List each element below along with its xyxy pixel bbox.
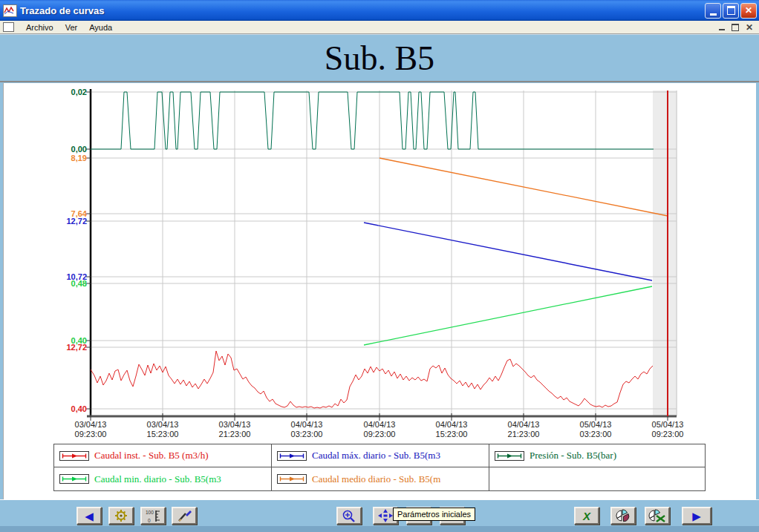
x-axis-label: 04/04/1321:23:00 <box>497 420 550 439</box>
scale-button[interactable]: 100 0 <box>140 507 166 525</box>
x-axis-label: 04/04/1315:23:00 <box>425 420 478 439</box>
restore-icon <box>727 6 735 15</box>
x-axis-label: 04/04/1309:23:00 <box>353 420 406 439</box>
back-button[interactable]: ◀ <box>76 507 102 525</box>
legend-line-icon <box>277 474 307 484</box>
arrow-left-icon: ◀ <box>85 510 94 522</box>
x-axis-label: 05/04/1303:23:00 <box>569 420 622 439</box>
pie-chart-icon <box>614 509 632 523</box>
settings-button[interactable] <box>108 507 134 525</box>
legend-item <box>489 467 705 490</box>
legend-item: Caudal máx. diario - Sub. B5(m3 <box>272 444 489 467</box>
legend-table: Caudal inst. - Sub. B5 (m3/h)Caudal máx.… <box>53 444 706 491</box>
minimize-button[interactable] <box>705 3 721 19</box>
minimize-icon <box>710 13 717 16</box>
title-bar: Trazado de curvas ✕ <box>0 0 759 21</box>
y-axis-label: 12,72 <box>2 217 87 226</box>
chart-export-button[interactable] <box>645 507 670 525</box>
y-axis-label: 0,40 <box>2 404 87 413</box>
legend-line-icon <box>59 474 89 484</box>
y-axis-label: 8,19 <box>2 154 87 162</box>
report-header: Sub. B5 <box>0 34 759 82</box>
y-axis-label: 0,02 <box>2 88 87 96</box>
menu-items: ArchivoVerAyuda <box>20 23 118 32</box>
x-axis-label: 05/04/1309:23:00 <box>641 420 694 439</box>
document-icon <box>3 22 14 32</box>
legend-item: Caudal min. diario - Sub. B5(m3 <box>54 467 272 490</box>
mdi-close-button[interactable]: ✕ <box>746 24 753 31</box>
ruler-scale-icon: 100 0 <box>145 509 161 523</box>
x-axis-label: 03/04/1315:23:00 <box>136 420 189 439</box>
x-axis-label: 03/04/1321:23:00 <box>208 420 261 439</box>
forward-button[interactable]: ▶ <box>682 507 711 525</box>
x-axis-label: 03/04/1309:23:00 <box>64 420 117 439</box>
app-icon <box>3 4 17 17</box>
gear-icon <box>114 509 128 522</box>
legend-line-icon <box>59 451 89 461</box>
bottom-edge <box>0 526 759 532</box>
window-controls: ✕ <box>705 3 759 19</box>
svg-text:0: 0 <box>148 518 151 523</box>
magnifier-plus-icon <box>342 509 356 523</box>
mdi-minimize-button[interactable] <box>719 29 725 30</box>
chart-type-button[interactable] <box>610 507 636 525</box>
legend-item: Presión - Sub. B5(bar) <box>489 444 705 467</box>
menu-ayuda[interactable]: Ayuda <box>83 22 118 33</box>
mdi-restore-button[interactable] <box>732 24 739 31</box>
excel-icon: X <box>583 510 590 522</box>
tooltip-text: Parámetros iniciales <box>397 510 471 519</box>
page-title: Sub. B5 <box>325 39 434 78</box>
svg-text:100: 100 <box>146 510 154 515</box>
menu-bar: ArchivoVerAyuda ✕ <box>0 21 759 34</box>
pie-excel-icon <box>648 509 667 523</box>
export-excel-button[interactable]: X <box>574 507 599 525</box>
y-axis-label: 12,72 <box>2 343 87 352</box>
legend-label: Presión - Sub. B5(bar) <box>530 450 616 462</box>
legend-label: Caudal máx. diario - Sub. B5(m3 <box>312 450 440 462</box>
window-title: Trazado de curvas <box>20 5 104 16</box>
legend-item: Caudal inst. - Sub. B5 (m3/h) <box>54 444 272 467</box>
legend-line-icon <box>495 451 524 461</box>
app-window: { "window": { "title": "Trazado de curva… <box>0 0 759 532</box>
zoom-in-button[interactable] <box>336 507 362 525</box>
x-axis-label: 04/04/1303:23:00 <box>280 420 333 439</box>
restore-button[interactable] <box>723 3 739 19</box>
hand-pen-icon <box>176 509 192 523</box>
mdi-window-controls: ✕ <box>719 24 759 31</box>
legend-label: Caudal min. diario - Sub. B5(m3 <box>94 473 221 485</box>
y-axis-label: 0,00 <box>2 145 87 154</box>
legend-label: Caudal medio diario - Sub. B5(m <box>312 473 440 485</box>
y-axis-label: 0,48 <box>2 279 87 288</box>
legend-line-icon <box>277 451 307 461</box>
legend-label: Caudal inst. - Sub. B5 (m3/h) <box>94 450 208 462</box>
four-arrows-icon <box>377 508 394 523</box>
curves-icon <box>4 6 15 16</box>
tooltip: Parámetros iniciales <box>393 508 475 521</box>
arrow-right-icon: ▶ <box>692 510 701 522</box>
legend-item: Caudal medio diario - Sub. B5(m <box>272 467 489 490</box>
close-button[interactable]: ✕ <box>740 3 757 19</box>
edit-cursor-button[interactable] <box>172 507 197 525</box>
menu-ver[interactable]: Ver <box>59 22 84 33</box>
menu-archivo[interactable]: Archivo <box>20 22 59 33</box>
